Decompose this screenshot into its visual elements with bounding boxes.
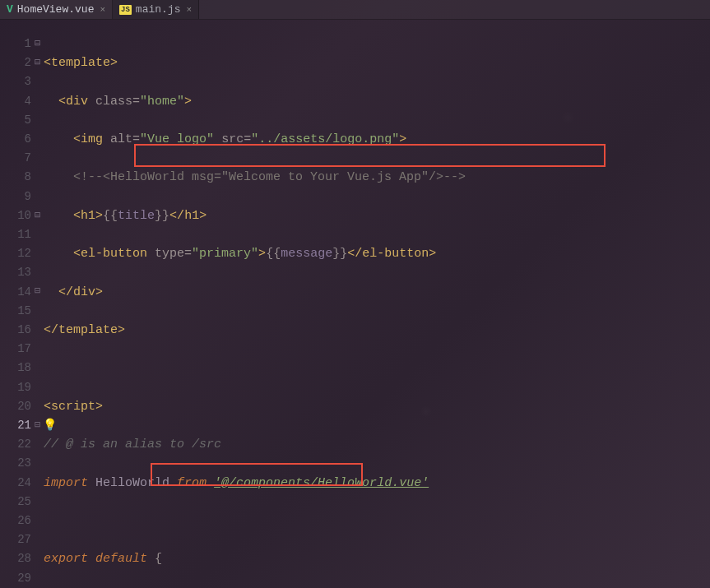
code-content[interactable]: <template> <div class="home"> <img alt="… [44,20,466,588]
tab-label: HomeView.vue [17,3,95,16]
vue-icon: V [7,3,13,16]
tab-label: main.js [136,3,181,16]
fold-icon[interactable]: ⊟ [31,206,44,225]
js-icon: JS [119,5,132,15]
fold-icon[interactable]: ⊟ [31,53,44,72]
close-icon[interactable]: × [100,5,105,15]
tab-mainjs[interactable]: JS main.js × [113,0,199,19]
fold-icon[interactable]: ⊟ [31,282,44,301]
fold-icon[interactable]: ⊟ [31,35,44,53]
line-number-gutter: 1234567891011121314151617181920212223242… [0,20,31,588]
close-icon[interactable]: × [186,5,192,15]
editor-tabs: V HomeView.vue × JS main.js × [0,0,710,20]
fold-gutter: ⊟ ⊟ ⊟ ⊟ ⊟ [31,20,44,588]
tab-homeview[interactable]: V HomeView.vue × [0,0,113,19]
fold-icon[interactable]: ⊟ [31,416,44,435]
editor-area: 1234567891011121314151617181920212223242… [0,20,710,588]
